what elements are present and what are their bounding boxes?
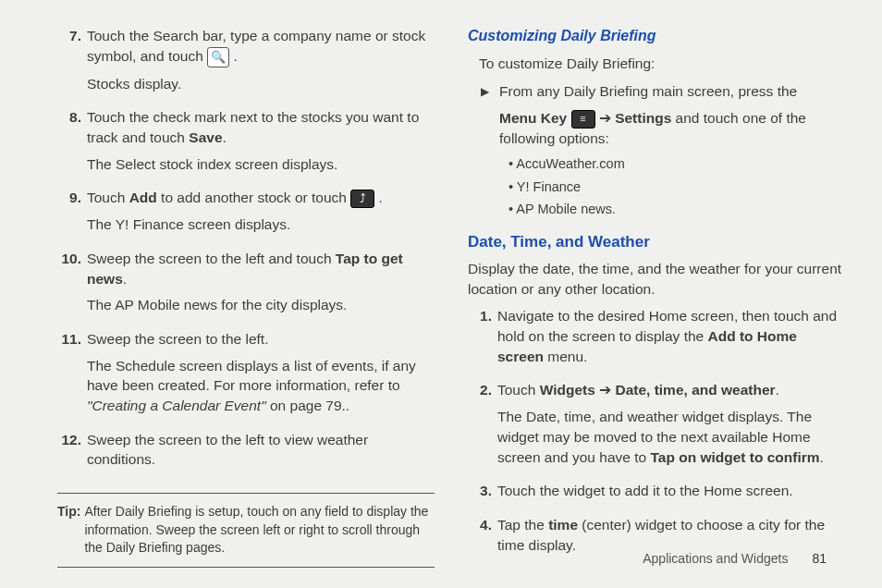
paragraph: Touch Add to add another stock or touch …	[87, 188, 435, 208]
text-run: Stocks display.	[87, 76, 181, 92]
customizing-heading: Customizing Daily Briefing	[468, 26, 845, 46]
text-run: The Select stock index screen displays.	[87, 156, 337, 172]
bold-text: Save	[189, 129, 222, 145]
list-item: 9.Touch Add to add another stock or touc…	[57, 188, 435, 241]
tip-label: Tip:	[57, 503, 80, 557]
dtw-ordered-list: 1.Navigate to the desired Home screen, t…	[468, 306, 845, 561]
list-item: 11.Sweep the screen to the left.The Sche…	[57, 329, 435, 423]
text-run: Tap the	[497, 517, 548, 533]
list-item-body: Sweep the screen to the left.The Schedul…	[87, 329, 435, 423]
return-icon: ⤴	[350, 190, 374, 208]
list-item: 8.Touch the check mark next to the stock…	[57, 107, 435, 180]
list-item-number: 11.	[57, 329, 87, 423]
option-bullet: AccuWeather.com	[508, 154, 845, 173]
text-run	[567, 110, 570, 126]
bold-text: Add	[129, 190, 157, 205]
text-run: ➔	[595, 110, 616, 126]
triangle-bullet-icon: ▶	[481, 81, 499, 222]
paragraph: Navigate to the desired Home screen, the…	[497, 306, 845, 366]
paragraph: Touch the Search bar, type a company nam…	[87, 26, 435, 67]
text-run: on page 79..	[266, 398, 350, 413]
text-run: .	[374, 190, 383, 205]
bold-text: time	[548, 517, 578, 533]
list-item-body: Sweep the screen to the left and touch T…	[87, 249, 435, 322]
text-run: .	[123, 271, 127, 287]
list-item-body: Sweep the screen to the left to view wea…	[87, 430, 435, 476]
italic-text: "Creating a Calendar Event"	[87, 398, 266, 413]
paragraph: Sweep the screen to the left to view wea…	[87, 430, 435, 470]
text-run: The AP Mobile news for the city displays…	[87, 297, 347, 312]
left-ordered-list: 7.Touch the Search bar, type a company n…	[57, 26, 435, 476]
paragraph: Sweep the screen to the left and touch T…	[87, 249, 435, 288]
text-run: Touch the Search bar, type a company nam…	[87, 28, 425, 64]
text-run: Touch the check mark next to the stocks …	[87, 109, 419, 145]
list-item-number: 2.	[468, 380, 497, 473]
list-item: 7.Touch the Search bar, type a company n…	[57, 26, 435, 100]
footer-page-number: 81	[812, 551, 827, 566]
customizing-step-line2: Menu Key ≡ ➔ Settings and touch one of t…	[499, 108, 845, 149]
list-item-body: Touch Add to add another stock or touch …	[87, 188, 435, 241]
search-icon: 🔍	[207, 47, 229, 67]
paragraph: The Schedule screen displays a list of e…	[87, 356, 435, 416]
bold-text: Widgets	[540, 382, 595, 398]
customizing-intro: To customize Daily Briefing:	[468, 54, 845, 74]
menu-icon: ≡	[571, 110, 595, 129]
bold-text: Menu Key	[499, 110, 567, 126]
text-run: Touch	[497, 382, 540, 398]
list-item: 3.Touch the widget to add it to the Home…	[468, 481, 845, 508]
paragraph: Touch the widget to add it to the Home s…	[497, 481, 845, 501]
footer-section: Applications and Widgets	[643, 551, 788, 566]
list-item-number: 10.	[57, 249, 87, 322]
list-item-body: Touch the widget to add it to the Home s…	[497, 481, 845, 508]
list-item-body: Touch Widgets ➔ Date, time, and weather.…	[497, 380, 845, 473]
text-run: menu.	[544, 349, 587, 364]
list-item-number: 7.	[57, 26, 87, 100]
list-item-number: 4.	[468, 515, 497, 561]
list-item-body: Navigate to the desired Home screen, the…	[497, 306, 845, 373]
dtw-intro: Display the date, the time, and the weat…	[468, 259, 845, 299]
option-bullet: Y! Finance	[508, 178, 845, 196]
text-run: to add another stock or touch	[157, 190, 350, 205]
bold-text: Date, time, and weather	[615, 382, 775, 398]
list-item-body: Touch the Search bar, type a company nam…	[87, 26, 435, 100]
paragraph: The Date, time, and weather widget displ…	[497, 407, 845, 467]
paragraph: Sweep the screen to the left.	[87, 329, 435, 349]
customizing-step-body: From any Daily Briefing main screen, pre…	[499, 81, 845, 222]
option-bullet: AP Mobile news.	[508, 200, 845, 218]
tip-block: Tip: After Daily Briefing is setup, touc…	[57, 503, 435, 557]
list-item-body: Touch the check mark next to the stocks …	[87, 107, 435, 180]
list-item: 12.Sweep the screen to the left to view …	[57, 430, 435, 476]
list-item-number: 9.	[57, 188, 87, 241]
right-column: Customizing Daily Briefing To customize …	[459, 26, 845, 560]
list-item-number: 3.	[468, 481, 497, 508]
paragraph: Stocks display.	[87, 74, 435, 94]
text-run: .	[776, 382, 779, 398]
text-run: .	[820, 449, 824, 465]
page-footer: Applications and Widgets 81	[643, 551, 827, 566]
bold-text: Settings	[615, 110, 671, 126]
dtw-heading: Date, Time, and Weather	[468, 231, 845, 253]
text-run: From any Daily Briefing main screen, pre…	[499, 83, 797, 99]
bold-text: Tap on widget to confirm	[650, 449, 819, 465]
paragraph: Touch the check mark next to the stocks …	[87, 107, 435, 147]
text-run: Sweep the screen to the left to view wea…	[87, 432, 368, 468]
text-run: .	[229, 48, 238, 64]
paragraph: Touch Widgets ➔ Date, time, and weather.	[497, 380, 845, 400]
text-run: Sweep the screen to the left and touch	[87, 251, 336, 266]
list-item-number: 1.	[468, 306, 497, 373]
paragraph: Tap the time (center) widget to choose a…	[497, 515, 845, 555]
divider-top	[57, 493, 435, 494]
text-run: Sweep the screen to the left.	[87, 331, 268, 347]
text-run: Touch the widget to add it to the Home s…	[497, 483, 793, 498]
left-column: 7.Touch the Search bar, type a company n…	[37, 26, 435, 560]
list-item-number: 8.	[57, 107, 87, 180]
list-item-number: 12.	[57, 430, 87, 476]
text-run: ➔	[595, 382, 616, 398]
text-run: Touch	[87, 190, 129, 205]
paragraph: The Select stock index screen displays.	[87, 154, 435, 175]
list-item: 10.Sweep the screen to the left and touc…	[57, 249, 435, 322]
paragraph: The Y! Finance screen displays.	[87, 214, 435, 235]
paragraph: The AP Mobile news for the city displays…	[87, 295, 435, 315]
text-run: The Y! Finance screen displays.	[87, 216, 290, 232]
customizing-step: ▶ From any Daily Briefing main screen, p…	[468, 81, 845, 222]
